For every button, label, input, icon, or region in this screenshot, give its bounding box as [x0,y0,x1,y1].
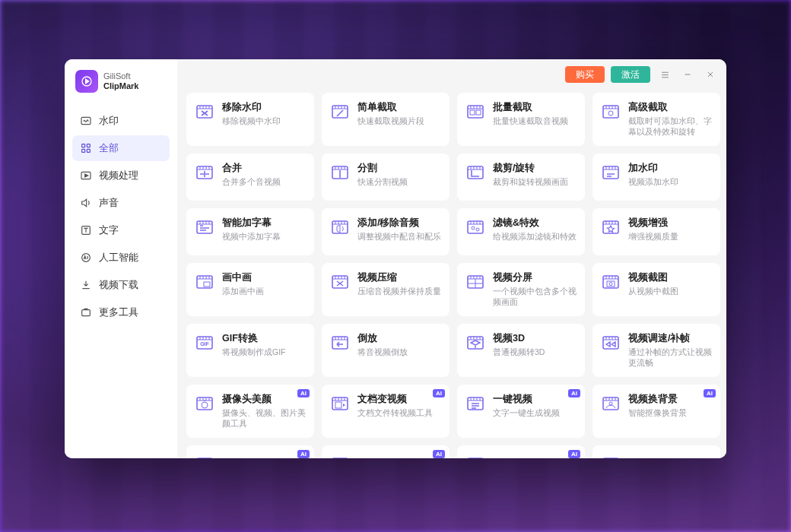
sidebar-item-video[interactable]: 视频处理 [72,163,170,188]
sidebar-item-label: 人工智能 [99,251,138,264]
card-desc: 添加画中画 [222,286,306,296]
card-title: 智能加字幕 [222,217,306,230]
svg-rect-38 [470,110,475,115]
titlebar: 购买 激活 [177,59,726,90]
tool-card[interactable]: AI [322,445,450,458]
sidebar-item-watermark[interactable]: 水印 [72,108,170,134]
tool-card[interactable]: GIF GIF转换 将视频制作成GIF [186,324,314,377]
svg-rect-18 [197,106,212,118]
svg-rect-105 [332,276,348,288]
sidebar-item-download[interactable]: 视频下载 [72,272,170,298]
tool-card[interactable]: AI 视频换背景 智能抠像换背景 [592,385,720,438]
svg-rect-40 [603,106,618,118]
card-desc: 文字一键生成视频 [493,407,577,418]
sidebar-item-label: 全部 [99,141,119,155]
tool-card[interactable]: 视频分屏 一个视频中包含多个视频画面 [457,263,585,316]
buy-button[interactable]: 购买 [565,66,605,83]
card-text: 分割 快速分割视频 [357,163,441,187]
tool-card[interactable]: 画中画 添加画中画 [186,263,314,316]
sidebar-item-sound[interactable]: 声音 [72,190,170,216]
menu-icon[interactable] [656,66,673,83]
card-desc: 合并多个音视频 [222,176,306,187]
v3d-icon [465,333,485,353]
card-desc: 摄像头、视频、图片美颜工具 [222,407,306,429]
card-text: 一键视频 文字一键生成视频 [493,394,577,418]
sidebar-item-grid[interactable]: 全部 [72,135,170,161]
sidebar: GiliSoft ClipMark 水印 全部 视频处理 声音 文字 人工智能 … [65,59,177,458]
tool-card[interactable]: 视频压缩 压缩音视频并保持质量 [322,263,450,316]
film-adv-icon [601,102,621,122]
sidebar-item-tools[interactable]: 更多工具 [72,299,170,325]
subtitle-icon [195,217,214,237]
bg-icon [601,394,621,413]
card-text: 视频增强 增强视频质量 [628,217,712,242]
sidebar-item-text[interactable]: 文字 [72,217,170,243]
tool-card[interactable]: 分割 快速分割视频 [322,154,450,201]
svg-rect-84 [468,221,483,233]
reverse-icon [330,333,350,353]
merge-icon [195,163,214,182]
tool-card[interactable]: 智能加字幕 视频中添加字幕 [186,208,314,255]
svg-rect-11 [82,310,91,316]
tool-card[interactable]: 倒放 将音视频倒放 [322,324,450,377]
card-title: 移除水印 [222,102,306,114]
tool-card[interactable]: 高级截取 截取时可添加水印、字幕以及特效和旋转 [592,93,720,146]
tool-card[interactable]: 简单截取 快速截取视频片段 [322,93,450,146]
tool-card[interactable]: 批量截取 批量快速截取音视频 [457,93,585,146]
more-icon [330,454,350,458]
card-desc: 调整视频中配音和配乐 [357,231,441,242]
card-title: 加水印 [628,163,712,175]
sidebar-item-label: 视频处理 [99,169,138,182]
card-text [493,454,577,456]
tool-card[interactable]: AI 摄像头美颜 摄像头、视频、图片美颜工具 [186,385,314,438]
enhance-icon [601,217,621,237]
tool-card[interactable]: AI 一键视频 文字一键生成视频 [457,385,585,438]
app-logo [75,70,98,93]
svg-marker-8 [85,174,88,177]
svg-rect-172 [603,397,618,410]
tool-card[interactable] [592,445,720,458]
card-text: 移除水印 移除视频中水印 [222,102,306,126]
card-title: 视频增强 [628,217,712,230]
card-title: 添加/移除音频 [357,217,441,230]
tool-card[interactable]: AI [457,445,585,458]
more-icon [601,454,621,458]
card-text: 滤镜&特效 给视频添加滤镜和特效 [493,217,577,242]
svg-point-91 [476,228,479,231]
card-text: 视频压缩 压缩音视频并保持质量 [357,272,441,296]
card-scroll[interactable]: 移除水印 移除视频中水印 简单截取 快速截取视频片段 批量截取 批量快速截取音视… [177,90,726,458]
doc2vid-icon [330,394,350,413]
card-title: GIF转换 [222,333,306,345]
close-icon[interactable] [702,66,719,83]
card-text: 摄像头美颜 摄像头、视频、图片美颜工具 [222,394,306,429]
card-title: 简单截取 [357,102,441,114]
sidebar-item-ai[interactable]: 人工智能 [72,245,170,271]
card-title: 一键视频 [493,394,577,406]
activate-button[interactable]: 激活 [611,66,650,83]
tool-card[interactable]: 视频截图 从视频中截图 [592,263,720,316]
card-desc: 裁剪和旋转视频画面 [493,176,577,187]
tool-card[interactable]: 加水印 视频添加水印 [592,154,720,201]
svg-text:GIF: GIF [200,341,209,347]
svg-point-178 [609,402,612,405]
tool-card[interactable]: 添加/移除音频 调整视频中配音和配乐 [322,208,450,255]
tool-card[interactable]: AI [186,445,314,458]
brand-text: GiliSoft ClipMark [103,71,138,90]
tools-icon [80,306,92,318]
snapshot-icon [601,272,621,292]
tool-card[interactable]: 移除水印 移除视频中水印 [186,93,314,146]
svg-rect-2 [81,117,91,124]
ai-icon [80,252,92,264]
svg-rect-72 [197,221,212,233]
card-text: 视频截图 从视频中截图 [628,272,712,296]
minimize-icon[interactable] [679,66,696,83]
tool-card[interactable]: AI 文档变视频 文档文件转视频工具 [322,385,450,438]
tool-card[interactable]: 视频3D 普通视频转3D [457,324,585,377]
tool-card[interactable]: 视频调速/补帧 通过补帧的方式让视频更流畅 [592,324,720,377]
sidebar-item-label: 声音 [99,196,119,210]
card-text: 倒放 将音视频倒放 [357,333,441,357]
tool-card[interactable]: 裁剪/旋转 裁剪和旋转视频画面 [457,154,585,201]
tool-card[interactable]: 合并 合并多个音视频 [186,154,314,201]
tool-card[interactable]: 视频增强 增强视频质量 [592,208,720,255]
tool-card[interactable]: 滤镜&特效 给视频添加滤镜和特效 [457,208,585,255]
